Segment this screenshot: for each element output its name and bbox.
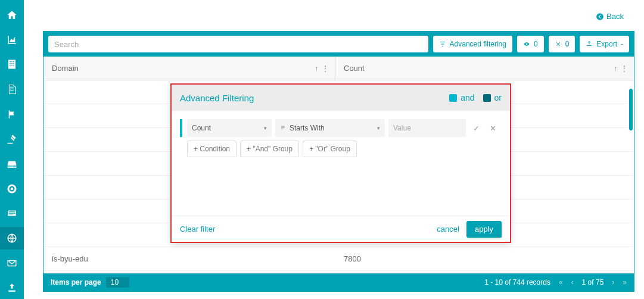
nav-building[interactable]	[0, 53, 24, 76]
add-and-group-button[interactable]: + "And" Group	[240, 141, 299, 157]
advanced-filtering-modal: Advanced Filtering and or Count ▾ Starts…	[170, 83, 511, 243]
text-icon	[280, 125, 286, 131]
pager-prev[interactable]: ‹	[571, 278, 574, 286]
record-range: 1 - 10 of 744 records	[484, 278, 550, 286]
and-swatch-icon	[449, 94, 457, 102]
remove-rule-button[interactable]: ✕	[486, 119, 499, 137]
pager-last[interactable]: »	[623, 278, 627, 286]
column-header-domain[interactable]: Domain ↑ ⋮	[43, 57, 335, 80]
gavel-icon	[7, 133, 17, 144]
visible-count-button[interactable]: 0	[517, 36, 544, 52]
search-input[interactable]	[48, 36, 428, 52]
export-label: Export	[596, 40, 617, 48]
cell-domain: is-byu-edu	[43, 254, 335, 263]
hidden-count-button[interactable]: 0	[549, 36, 575, 52]
confirm-rule-button[interactable]: ✓	[469, 119, 483, 137]
items-per-page-label: Items per page	[51, 278, 101, 286]
apply-button[interactable]: apply	[466, 221, 502, 238]
cancel-button[interactable]: cancel	[437, 225, 459, 233]
drive-icon	[7, 158, 17, 169]
pager: Items per page 10 1 - 10 of 744 records …	[43, 273, 634, 291]
add-condition-button[interactable]: + Condition	[187, 141, 237, 157]
nav-drive[interactable]	[0, 152, 24, 175]
toolbar: Advanced filtering 0 0 Export -	[43, 32, 634, 57]
nav-life-ring[interactable]	[0, 177, 24, 200]
visible-count: 0	[534, 40, 538, 48]
modal-header: Advanced Filtering and or	[172, 85, 510, 111]
field-dropdown-value: Count	[192, 124, 211, 132]
export-icon	[586, 41, 593, 48]
add-rule-row: + Condition + "And" Group + "Or" Group	[180, 141, 502, 157]
cell-count: 7800	[335, 254, 634, 263]
operator-dropdown[interactable]: Starts With ▾	[275, 119, 385, 137]
legend-and: and	[449, 93, 474, 102]
add-or-group-button[interactable]: + "Or" Group	[303, 141, 357, 157]
building-icon	[7, 59, 17, 70]
nav-upload[interactable]	[0, 276, 24, 299]
mail-icon	[7, 258, 17, 269]
nav-mail[interactable]	[0, 252, 24, 275]
nav-gavel[interactable]	[0, 127, 24, 150]
items-per-page-select[interactable]: 10	[106, 277, 129, 288]
chart-icon	[7, 35, 17, 45]
table-header: Domain ↑ ⋮ Count ↑ ⋮	[43, 57, 634, 80]
vertical-scrollbar[interactable]	[629, 89, 633, 130]
or-swatch-icon	[483, 94, 491, 102]
document-icon	[7, 84, 17, 95]
modal-footer: Clear filter cancel apply	[172, 216, 510, 242]
table-row[interactable]: is-byu-edu7800	[43, 247, 634, 271]
back-link[interactable]: Back	[596, 12, 624, 21]
filter-rule-row: Count ▾ Starts With ▾ ✓ ✕	[180, 119, 502, 137]
eye-icon	[523, 41, 530, 48]
legend: and or	[449, 93, 502, 102]
export-button[interactable]: Export -	[580, 36, 629, 52]
left-sidebar	[0, 0, 24, 299]
column-menu-icon[interactable]: ⋮	[621, 64, 628, 73]
svg-point-1	[596, 13, 603, 20]
column-domain-label: Domain	[52, 64, 79, 73]
chevron-down-icon: ▾	[377, 125, 380, 131]
back-arrow-icon	[596, 13, 604, 21]
nav-document[interactable]	[0, 78, 24, 101]
value-input[interactable]	[388, 119, 466, 137]
filter-icon	[439, 41, 446, 48]
modal-body: Count ▾ Starts With ▾ ✓ ✕ + Condition + …	[172, 111, 510, 216]
x-icon	[555, 41, 562, 48]
column-menu-icon[interactable]: ⋮	[322, 64, 329, 73]
sort-icon[interactable]: ↑	[614, 64, 617, 73]
advanced-filtering-button[interactable]: Advanced filtering	[433, 36, 512, 52]
nav-globe[interactable]	[0, 227, 24, 250]
advanced-filtering-label: Advanced filtering	[450, 40, 506, 48]
back-label: Back	[606, 12, 624, 21]
nav-home[interactable]	[0, 4, 24, 26]
pager-next[interactable]: ›	[612, 278, 614, 286]
operator-dropdown-value: Starts With	[290, 124, 325, 132]
clear-filter-button[interactable]: Clear filter	[180, 225, 215, 233]
nav-card[interactable]	[0, 202, 24, 225]
life-ring-icon	[7, 183, 17, 194]
page-indicator: 1 of 75	[582, 278, 604, 286]
flag-icon	[7, 109, 17, 120]
column-header-count[interactable]: Count ↑ ⋮	[335, 57, 634, 80]
upload-icon	[7, 282, 17, 293]
nav-chart[interactable]	[0, 29, 24, 51]
card-icon	[7, 208, 17, 219]
column-count-label: Count	[344, 64, 365, 73]
pager-first[interactable]: «	[559, 278, 563, 286]
legend-or: or	[483, 93, 502, 102]
export-caret: -	[621, 40, 623, 48]
home-icon	[7, 10, 17, 20]
sort-icon[interactable]: ↑	[315, 64, 318, 73]
hidden-count: 0	[565, 40, 570, 48]
nav-flag[interactable]	[0, 103, 24, 126]
field-dropdown[interactable]: Count ▾	[187, 119, 272, 137]
modal-title: Advanced Filtering	[180, 93, 254, 103]
chevron-down-icon: ▾	[264, 125, 267, 131]
globe-icon	[7, 233, 17, 244]
